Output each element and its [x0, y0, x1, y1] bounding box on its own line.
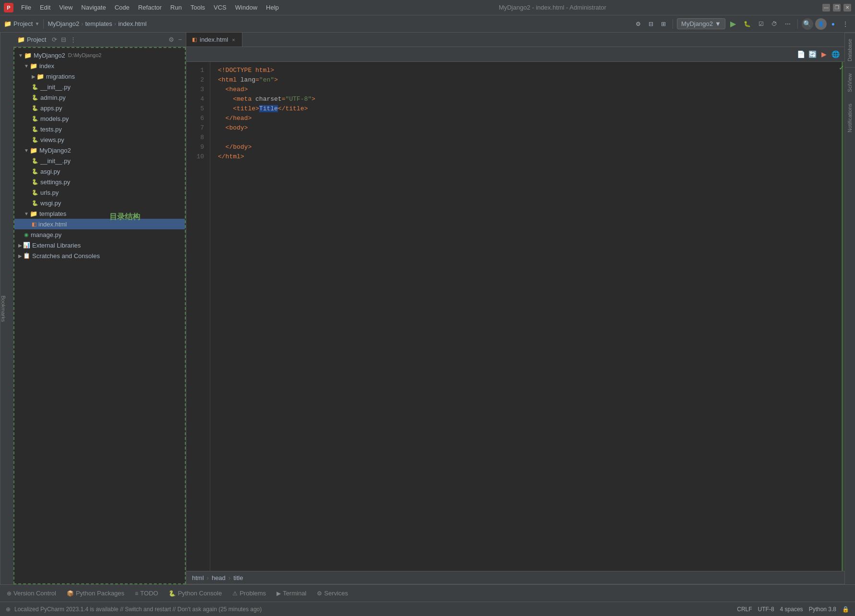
run-file-icon[interactable]: ▶	[819, 49, 829, 59]
encoding-label[interactable]: UTF-8	[758, 606, 774, 613]
tree-item-views[interactable]: 🐍 views.py	[14, 134, 185, 145]
tree-item-scratches[interactable]: 📋 Scratches and Consoles	[14, 250, 185, 261]
tree-item-settings[interactable]: 🐍 settings.py	[14, 177, 185, 187]
update-icon[interactable]: 🔄	[807, 49, 818, 59]
project-panel-header: 📁 Project ⟳ ⊟ ⋮ ⚙ −	[13, 33, 186, 47]
tree-item-apps[interactable]: 🐍 apps.py	[14, 103, 185, 113]
notifications-panel-label[interactable]: Notifications	[845, 98, 855, 138]
maximize-button[interactable]: ❐	[833, 4, 841, 12]
profile-button[interactable]: ⏱	[769, 19, 780, 29]
tree-item-root[interactable]: 📁 MyDjango2 D:\MyDjango2	[14, 50, 185, 60]
menu-edit[interactable]: Edit	[36, 3, 54, 12]
tree-label-index: index	[39, 62, 54, 70]
tree-label-index-html: index.html	[38, 221, 67, 228]
spaces-label[interactable]: 4 spaces	[780, 606, 803, 613]
tree-item-mydjango2[interactable]: 📁 MyDjango2	[14, 145, 185, 155]
tree-item-asgi[interactable]: 🐍 asgi.py	[14, 166, 185, 177]
crlf-label[interactable]: CRLF	[737, 606, 752, 613]
editor-tab-bar: ◧ index.html ×	[186, 33, 844, 47]
more-tools-button[interactable]: ⋮	[840, 19, 851, 29]
project-dropdown[interactable]: 📁 Project ▼	[4, 20, 39, 27]
bc-title[interactable]: title	[233, 574, 243, 581]
menu-window[interactable]: Window	[231, 3, 261, 12]
folder-icon-migrations: 📁	[36, 73, 44, 80]
database-panel-label[interactable]: Database	[845, 33, 855, 67]
menu-vcs[interactable]: VCS	[210, 3, 230, 12]
bottom-tab-version-control[interactable]: ⊕ Version Control	[2, 588, 61, 599]
breadcrumb-project[interactable]: MyDjango2	[48, 20, 79, 27]
scratch-icon: 📋	[23, 252, 30, 259]
settings-toolbar-icon[interactable]: ⚙	[633, 19, 644, 29]
menu-code[interactable]: Code	[111, 3, 133, 12]
tree-item-index[interactable]: 📁 index	[14, 60, 185, 71]
debug-button[interactable]: 🐛	[741, 19, 754, 29]
run-button[interactable]: ▶	[727, 18, 739, 30]
bottom-tab-terminal[interactable]: ▶ Terminal	[272, 588, 311, 599]
browser-preview-icon[interactable]: 🌐	[830, 49, 841, 59]
more-run-button[interactable]: ⋯	[782, 19, 794, 29]
bottom-tab-problems[interactable]: ⚠ Problems	[228, 588, 271, 599]
bc-html[interactable]: html	[192, 574, 204, 581]
tree-item-wsgi[interactable]: 🐍 wsgi.py	[14, 198, 185, 208]
project-tree: 📁 MyDjango2 D:\MyDjango2 📁 index 📁 migra…	[13, 47, 186, 584]
tree-label-mydjango2: MyDjango2	[39, 147, 71, 154]
status-bar-right: CRLF UTF-8 4 spaces Python 3.8 🔒	[737, 606, 849, 613]
tree-label-models: models.py	[40, 115, 69, 122]
menu-help[interactable]: Help	[262, 3, 283, 12]
tab-label: index.html	[200, 36, 228, 43]
collapse-icon[interactable]: ⊟	[61, 36, 66, 43]
minimize-button[interactable]: —	[822, 4, 830, 12]
menu-view[interactable]: View	[55, 3, 76, 12]
tab-index-html[interactable]: ◧ index.html ×	[186, 33, 242, 47]
bottom-tab-python-console[interactable]: 🐍 Python Console	[164, 588, 227, 599]
menu-file[interactable]: File	[17, 3, 35, 12]
notifications-button[interactable]: ●	[829, 19, 838, 29]
user-avatar[interactable]: 👤	[815, 18, 827, 30]
tree-item-urls[interactable]: 🐍 urls.py	[14, 187, 185, 198]
expand-all-icon[interactable]: ⊞	[658, 19, 669, 29]
dots-icon[interactable]: ⋮	[70, 36, 76, 43]
menu-tools[interactable]: Tools	[187, 3, 209, 12]
tree-item-migrations[interactable]: 📁 migrations	[14, 71, 185, 82]
run-config-dropdown[interactable]: MyDjango2 ▼	[677, 18, 725, 29]
chevron-index	[24, 63, 29, 69]
minus-icon[interactable]: −	[178, 36, 182, 43]
collapse-all-icon[interactable]: ⊟	[646, 19, 656, 29]
breadcrumb-templates[interactable]: templates	[85, 20, 112, 27]
global-search-button[interactable]: 🔍	[802, 18, 813, 30]
bottom-tab-todo[interactable]: ≡ TODO	[130, 588, 163, 599]
tree-item-init2[interactable]: 🐍 __init__.py	[14, 155, 185, 166]
sync-icon[interactable]: ⟳	[52, 36, 57, 43]
tree-item-tests[interactable]: 🐍 tests.py	[14, 124, 185, 134]
tree-item-admin[interactable]: 🐍 admin.py	[14, 92, 185, 103]
sciview-panel-label[interactable]: SciView	[845, 67, 855, 98]
menu-refactor[interactable]: Refactor	[134, 3, 166, 12]
bc-head[interactable]: head	[212, 574, 226, 581]
tree-item-external[interactable]: 📊 External Libraries	[14, 240, 185, 250]
bottom-tab-python-packages[interactable]: 📦 Python Packages	[62, 588, 129, 599]
tree-item-templates[interactable]: 📁 templates	[14, 208, 185, 219]
breadcrumb-file[interactable]: index.html	[118, 20, 146, 27]
gear-icon[interactable]: ⚙	[169, 36, 174, 43]
bottom-tab-services[interactable]: ⚙ Services	[312, 588, 353, 599]
tree-item-index-html[interactable]: ◧ index.html	[14, 219, 185, 229]
bookmarks-label[interactable]: Bookmarks	[0, 295, 6, 321]
tree-item-manage[interactable]: ◉ manage.py	[14, 229, 185, 240]
code-content[interactable]: <!DOCTYPE html> <html lang="en"> <head> …	[210, 62, 838, 571]
chevron-mydjango2	[24, 148, 29, 153]
file-icon-tests: 🐍	[32, 126, 38, 132]
tree-label-wsgi: wsgi.py	[40, 200, 61, 207]
menu-run[interactable]: Run	[167, 3, 186, 12]
python-version-label[interactable]: Python 3.8	[809, 606, 836, 613]
reformat-icon[interactable]: 📄	[795, 49, 806, 59]
menu-navigate[interactable]: Navigate	[77, 3, 109, 12]
version-control-icon: ⊕	[7, 590, 12, 597]
tree-item-init[interactable]: 🐍 __init__.py	[14, 82, 185, 92]
tab-close-button[interactable]: ×	[231, 37, 236, 43]
tree-item-models[interactable]: 🐍 models.py	[14, 113, 185, 124]
code-line-10: </html>	[218, 152, 830, 162]
close-button[interactable]: ✕	[843, 4, 851, 12]
code-line-2: <html lang="en">	[218, 75, 830, 85]
tree-label-migrations: migrations	[46, 73, 75, 80]
coverage-button[interactable]: ☑	[756, 19, 767, 29]
